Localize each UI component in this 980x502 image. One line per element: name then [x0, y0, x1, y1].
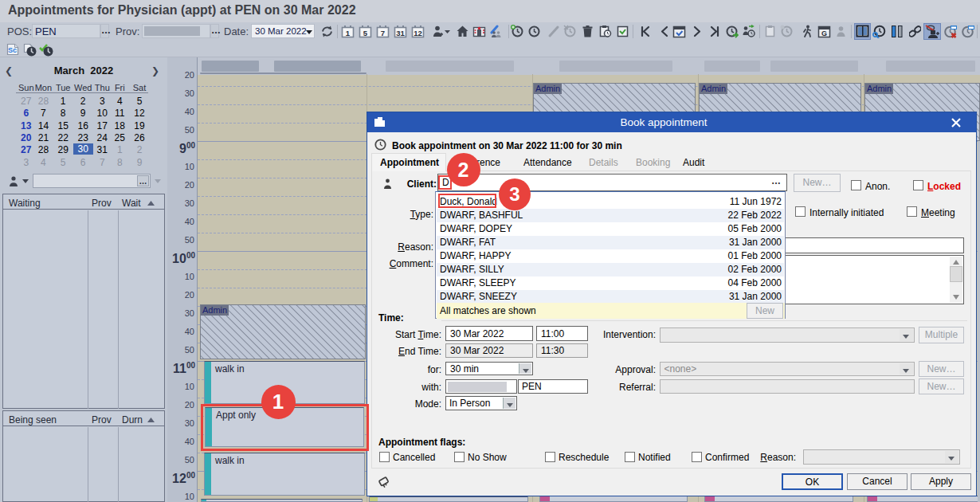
svg-text:31: 31: [396, 29, 405, 37]
svg-text:1: 1: [346, 29, 351, 37]
svg-text:5: 5: [363, 29, 368, 37]
svg-text:Sc: Sc: [8, 46, 17, 54]
svg-text:7: 7: [381, 29, 385, 37]
svg-text:12: 12: [414, 29, 422, 37]
svg-text:G: G: [821, 29, 827, 37]
